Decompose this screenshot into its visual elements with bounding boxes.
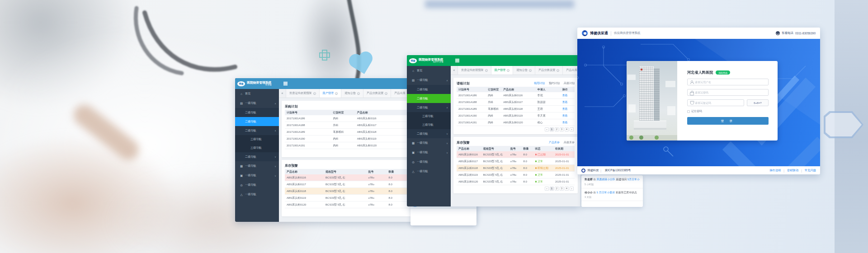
card-title: 请领计划 <box>457 81 470 86</box>
sidebar-item-nav2[interactable]: 二级导航∨ <box>407 129 451 138</box>
page-button[interactable]: ‹ <box>545 127 549 131</box>
plan-link-1[interactable]: 预约计划 <box>549 81 560 85</box>
page-button[interactable]: ‹ <box>545 187 549 191</box>
group-link[interactable]: 凤凰精英小分队 <box>597 178 615 181</box>
sidebar-item-nav1[interactable]: ▤一级导航∧ <box>235 98 279 108</box>
sidebar-item-nav1[interactable]: ▦一级导航∨ <box>235 161 279 171</box>
sidebar-item-nav1[interactable]: ▦一级导航∨ <box>407 138 451 148</box>
table-header: 计划单号订货科室产品名称申请人操作 <box>457 87 575 92</box>
edit-icon: ▤ <box>240 102 243 105</box>
triangle-icon: △ <box>240 193 243 197</box>
captcha-box[interactable]: 6+8=? <box>747 99 769 106</box>
tab[interactable]: 产品分类设置× <box>363 89 391 98</box>
footer-link-driver[interactable]: 密钥驱动 <box>787 169 798 173</box>
plan-card: 请领计划 领用计划 预约计划 高值计划 计划单号订货科室产品名称申请人操作 20… <box>453 78 578 134</box>
tab-close-icon[interactable]: × <box>485 69 488 72</box>
tab-close-icon[interactable]: × <box>529 69 532 72</box>
page-button[interactable]: 4 <box>565 187 569 191</box>
sidebar-item-nav3[interactable]: 三级导航 <box>235 144 279 152</box>
tab-close-icon[interactable]: × <box>557 69 559 72</box>
tab[interactable]: 通知公告× <box>513 66 535 75</box>
tab-close-icon[interactable]: × <box>385 92 387 95</box>
sidebar-item-nav1[interactable]: ▣一级导航∨ <box>235 171 279 180</box>
sidebar-item-nav3[interactable]: 三级导航 <box>407 121 451 129</box>
logo-icon: 博健 <box>237 81 245 86</box>
stock-card: 库存预警 产品库存 高值库存 产品名称规格型号批号数量状态有效期 ABS床头柜0… <box>453 137 578 193</box>
divider: | <box>600 169 601 172</box>
sidebar-item-nav3[interactable]: 三级导航 <box>235 135 279 144</box>
tab-close-icon[interactable]: × <box>335 92 338 95</box>
page-content: 请领计划 领用计划 预约计划 高值计划 计划单号订货科室产品名称申请人操作 20… <box>451 75 580 206</box>
page-button[interactable]: 1 <box>550 127 554 131</box>
footer-link-faq[interactable]: 常见问题 <box>805 169 816 173</box>
sidebar-item-nav2[interactable]: 二级导航∨ <box>235 152 279 161</box>
sidebar-item-home[interactable]: ⌂首页 <box>407 66 451 75</box>
view-link[interactable]: 查看 <box>561 107 575 111</box>
group-link[interactable]: 5 月日常小需求 <box>597 191 615 194</box>
sidebar-item-nav2-active[interactable]: 二级导航 <box>407 94 451 103</box>
sidebar-item-nav2-group[interactable]: 二级导航∧ <box>235 126 279 135</box>
sidebar-item-nav1[interactable]: ▤一级导航∧ <box>407 75 451 85</box>
tab-close-icon[interactable]: × <box>507 69 509 72</box>
table-row: ABS床头柜0120BCS33型 5孔 右o78o 8.0 正常 2025-01… <box>457 178 575 185</box>
tab[interactable]: 用户管理× <box>320 89 342 98</box>
tab[interactable]: 通知公告× <box>341 89 363 98</box>
status-badge: 已过期 <box>538 153 546 157</box>
footer-link-manual[interactable]: 操作说明 <box>769 169 781 173</box>
tab-close-icon[interactable]: × <box>357 92 360 95</box>
captcha-input[interactable] <box>695 102 741 104</box>
view-link[interactable]: 查看 <box>561 94 575 98</box>
sidebar-item-nav1[interactable]: ◎一级导航 <box>235 180 279 190</box>
tab[interactable]: 资质证件效期预警× <box>458 66 491 75</box>
collapse-tabs-icon[interactable]: « <box>279 89 286 98</box>
triangle-icon: △ <box>411 170 415 173</box>
username-input[interactable] <box>695 81 766 84</box>
page-button[interactable]: › <box>570 187 574 191</box>
password-input[interactable] <box>695 91 766 94</box>
login-window: 博健供采通 供应商供货管理系统 客服电话 0311-83056390 <box>577 28 820 174</box>
sidebar-item-nav2[interactable]: 二级导航 <box>235 108 279 117</box>
plan-link-0[interactable]: 领用计划 <box>534 81 545 85</box>
status-badge: 正常 <box>538 180 543 184</box>
sidebar-item-nav3[interactable]: 三级导航 <box>407 112 451 121</box>
app-topbar <box>451 55 580 66</box>
sidebar-item-nav2-group[interactable]: 二级导航∧ <box>407 103 451 112</box>
page-button[interactable]: 2 <box>555 187 559 191</box>
tab-close-icon[interactable]: × <box>313 92 316 95</box>
plan-link-2[interactable]: 高值计划 <box>564 81 575 85</box>
page-button[interactable]: › <box>570 127 574 131</box>
sidebar-item-nav1[interactable]: ▣一级导航∨ <box>407 148 451 157</box>
sidebar-item-home[interactable]: ⌂首页 <box>235 89 279 98</box>
view-link[interactable]: 查看 <box>561 114 575 118</box>
tab[interactable]: 资质证件效期预警× <box>286 89 320 98</box>
sidebar-item-nav1[interactable]: ◎一级导航 <box>407 157 451 167</box>
view-link[interactable]: 查看 <box>561 100 575 104</box>
hexagon-decoration <box>824 111 863 138</box>
project-link[interactable]: 5月日常小需求 <box>627 178 640 181</box>
stock-link-0[interactable]: 产品库存 <box>549 141 560 145</box>
page-button[interactable]: 3 <box>560 187 564 191</box>
user-name: 付小小 <box>585 191 593 194</box>
page-button[interactable]: 2 <box>555 127 559 131</box>
page-button[interactable]: 4 <box>565 127 569 131</box>
remember-password[interactable]: 记住密码 <box>687 109 769 113</box>
page-button[interactable]: 3 <box>560 127 564 131</box>
hamburger-icon[interactable] <box>283 83 288 84</box>
tab[interactable]: 用户管理× <box>491 66 514 75</box>
app-logo: 博健 医院物资管理系统 管理端 <box>235 78 279 89</box>
tab[interactable]: 产品分类设置× <box>535 66 563 75</box>
page-button[interactable]: 1 <box>550 187 554 191</box>
sidebar-item-nav2-active[interactable]: 二级导航 <box>235 117 279 126</box>
hamburger-icon[interactable] <box>455 60 459 61</box>
sidebar-item-nav1[interactable]: △一级导航 <box>235 190 279 199</box>
remember-checkbox[interactable] <box>687 110 690 113</box>
collapse-tabs-icon[interactable]: « <box>451 66 458 75</box>
chevron-down-icon: ∨ <box>446 142 448 145</box>
view-link[interactable]: 查看 <box>561 121 575 125</box>
sidebar-item-nav1[interactable]: △一级导航 <box>407 167 451 176</box>
portal-footer: 博健科技 | 冀ICP备13022385号 操作说明| 密钥驱动| 常见问题 <box>577 166 820 174</box>
stock-link-1[interactable]: 高值库存 <box>564 141 575 145</box>
card-title: 库存预警 <box>285 164 298 168</box>
login-button[interactable]: 登 录 <box>687 117 769 125</box>
sidebar-item-nav2[interactable]: 二级导航 <box>407 85 451 94</box>
